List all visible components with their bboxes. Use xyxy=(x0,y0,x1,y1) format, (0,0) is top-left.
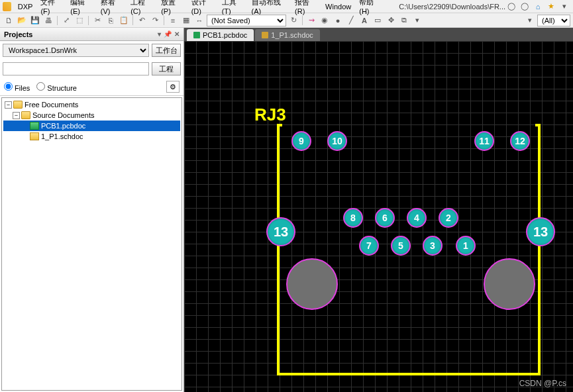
open-icon[interactable]: 📂 xyxy=(16,15,28,26)
fill-icon[interactable]: ▭ xyxy=(372,15,384,26)
component-icon[interactable]: ⧉ xyxy=(398,15,410,26)
text-icon[interactable]: A xyxy=(358,15,370,26)
refresh-icon[interactable]: ↻ xyxy=(287,15,299,26)
redo-icon[interactable]: ↷ xyxy=(149,15,161,26)
layer-icon[interactable]: ≡ xyxy=(167,15,179,26)
collapse-icon[interactable]: − xyxy=(13,112,20,119)
pad: 7 xyxy=(359,236,379,256)
menu-file[interactable]: 文件(F) xyxy=(36,0,66,15)
workspace-button[interactable]: 工作台 xyxy=(152,44,181,57)
projects-panel-title: Projects xyxy=(4,30,32,38)
pcb-doc-icon xyxy=(30,122,39,130)
print-icon[interactable]: 🖶 xyxy=(42,15,54,26)
menu-window[interactable]: Window xyxy=(321,3,355,11)
pad: 2 xyxy=(439,208,458,228)
via-icon[interactable]: ◉ xyxy=(319,15,331,26)
workspace-select[interactable]: Workspace1.DsnWrk xyxy=(3,44,149,57)
menu-report[interactable]: 报告(R) xyxy=(291,0,321,15)
favorite-icon[interactable]: ★ xyxy=(545,1,557,13)
project-tree[interactable]: − Free Documents − Source Documents PCB1… xyxy=(1,97,182,391)
menu-view[interactable]: 察看(V) xyxy=(97,0,127,15)
pcb-doc-icon xyxy=(193,32,200,38)
dropdown-icon[interactable]: ▾ xyxy=(558,1,570,13)
tree-item-pcb[interactable]: PCB1.pcbdoc xyxy=(3,121,180,131)
measure-icon[interactable]: ↔ xyxy=(193,15,205,26)
designator: RJ3 xyxy=(254,105,286,125)
copy-icon[interactable]: ⎘ xyxy=(105,15,117,26)
tab-sch[interactable]: 1_P1.schdoc xyxy=(255,29,320,41)
move-icon[interactable]: ✥ xyxy=(385,15,397,26)
pad: 5 xyxy=(391,236,411,256)
project-input[interactable] xyxy=(3,62,149,75)
line-icon[interactable]: ╱ xyxy=(345,15,357,26)
pad: 13 xyxy=(266,217,295,246)
pad-icon[interactable]: ● xyxy=(332,15,344,26)
filter-chevron-icon[interactable]: ▾ xyxy=(524,15,536,26)
sch-doc-icon xyxy=(30,132,39,140)
save-icon[interactable]: 💾 xyxy=(29,15,41,26)
nav-fwd-icon[interactable]: ◯ xyxy=(519,1,531,13)
collapse-icon[interactable]: − xyxy=(5,101,12,109)
tree-root[interactable]: − Free Documents xyxy=(3,99,180,110)
toolbar: 🗋 📂 💾 🖶 ⤢ ⬚ ✂ ⎘ 📋 ↶ ↷ ≡ ▦ ↔ (Not Saved) … xyxy=(0,13,573,28)
paste-icon[interactable]: 📋 xyxy=(118,15,130,26)
title-path: C:\Users\22909\Downloads\FR... xyxy=(399,3,505,11)
menu-autoroute[interactable]: 自动布线(A) xyxy=(248,0,291,15)
nav-back-icon[interactable]: ◯ xyxy=(505,1,517,13)
radio-files[interactable]: Files xyxy=(4,82,30,92)
menu-place[interactable]: 放置(P) xyxy=(157,0,187,15)
grid-icon[interactable]: ▦ xyxy=(180,15,192,26)
save-state-combo[interactable]: (Not Saved) xyxy=(207,15,286,26)
more-icon[interactable]: ▾ xyxy=(411,15,423,26)
menubar: DXP 文件(F) 编辑(E) 察看(V) 工程(C) 放置(P) 设计(D) … xyxy=(0,0,573,13)
pad: 11 xyxy=(474,131,494,151)
sch-doc-icon xyxy=(262,32,268,38)
mounting-hole xyxy=(484,258,535,310)
menu-help[interactable]: 帮助(H) xyxy=(355,0,386,15)
pad: 13 xyxy=(526,217,555,246)
watermark: CSDN @P.cs xyxy=(519,379,566,388)
zoom-area-icon[interactable]: ⬚ xyxy=(74,15,85,26)
cut-icon[interactable]: ✂ xyxy=(91,15,103,26)
menu-design[interactable]: 设计(D) xyxy=(187,0,218,15)
pad: 6 xyxy=(375,208,395,228)
filter-combo[interactable]: (All) xyxy=(537,15,570,26)
pad: 8 xyxy=(343,208,363,228)
app-logo xyxy=(3,2,11,11)
pad: 10 xyxy=(327,131,347,151)
tree-item-sch[interactable]: 1_P1.schdoc xyxy=(3,131,180,142)
menu-project[interactable]: 工程(C) xyxy=(127,0,157,15)
app-name: DXP xyxy=(14,3,37,11)
title-right-icons: ◯ ◯ ⌂ ★ ▾ xyxy=(505,1,570,13)
zoom-fit-icon[interactable]: ⤢ xyxy=(60,15,72,26)
home-icon[interactable]: ⌂ xyxy=(532,1,544,13)
menu-tools[interactable]: 工具(T) xyxy=(218,0,248,15)
new-icon[interactable]: 🗋 xyxy=(3,15,15,26)
panel-close-icon[interactable]: ✕ xyxy=(174,30,180,38)
panel-pin-icon[interactable]: 📌 xyxy=(164,30,172,38)
tree-options-icon[interactable]: ⚙ xyxy=(166,81,180,93)
undo-icon[interactable]: ↶ xyxy=(136,15,148,26)
pad: 4 xyxy=(407,208,427,228)
projects-panel-header: Projects ▾ 📌 ✕ xyxy=(0,28,183,41)
folder-icon xyxy=(21,111,30,119)
component-outline-top-right xyxy=(535,124,541,126)
tree-src[interactable]: − Source Documents xyxy=(3,110,180,121)
document-tabs: PCB1.pcbdoc 1_P1.schdoc xyxy=(184,28,573,41)
project-button[interactable]: 工程 xyxy=(152,62,181,75)
pad: 12 xyxy=(510,131,530,151)
pad: 3 xyxy=(423,236,443,256)
tab-pcb[interactable]: PCB1.pcbdoc xyxy=(187,29,254,41)
editor-area: PCB1.pcbdoc 1_P1.schdoc RJ3 131391011128… xyxy=(184,28,573,392)
radio-structure[interactable]: Structure xyxy=(36,82,77,92)
pcb-canvas[interactable]: RJ3 1313910111286427531 CSDN @P.cs xyxy=(184,41,573,392)
pad: 9 xyxy=(291,131,311,151)
folder-icon xyxy=(13,101,23,109)
menu-edit[interactable]: 编辑(E) xyxy=(66,0,96,15)
route-icon[interactable]: ⇝ xyxy=(305,15,317,26)
mounting-hole xyxy=(286,258,338,310)
pad: 1 xyxy=(456,236,476,256)
panel-menu-icon[interactable]: ▾ xyxy=(158,30,161,38)
projects-panel: Projects ▾ 📌 ✕ Workspace1.DsnWrk 工作台 工程 … xyxy=(0,28,184,392)
